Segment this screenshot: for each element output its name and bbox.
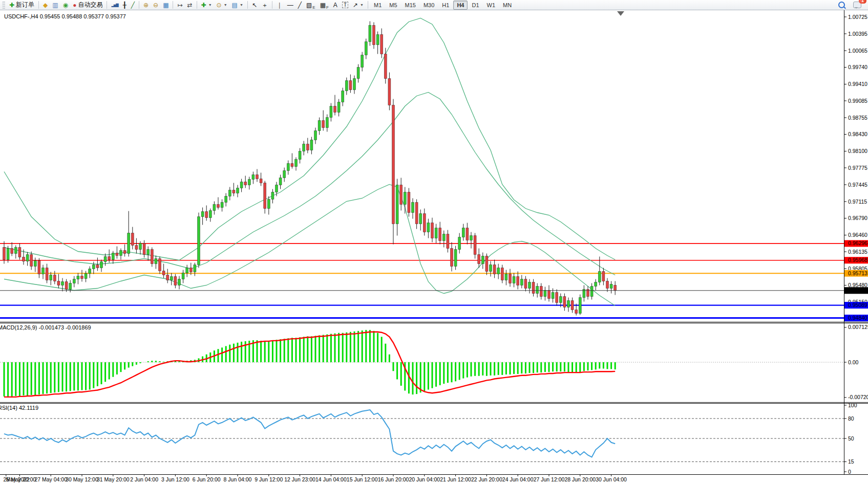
horizontal-line-icon: — (287, 2, 293, 8)
text-label-button[interactable]: T (340, 0, 350, 10)
chart-profile-icon: ◆ (43, 2, 48, 8)
timeframe-w1-button[interactable]: W1 (483, 1, 499, 10)
cursor-button[interactable]: ↖ (250, 0, 259, 10)
auto-scroll-button[interactable]: ↦ (175, 0, 184, 10)
timeframe-m1-button[interactable]: M1 (370, 1, 385, 10)
toolbar-separator (247, 1, 248, 9)
new-order-label: 新订单 (16, 1, 34, 9)
chevron-down-icon: ▼ (224, 3, 227, 7)
chevron-down-icon: ▼ (360, 3, 364, 7)
zoom-in-icon: ⊕ (143, 2, 149, 8)
symbol-ohlc-label: USDCHF-,H4 0.95455 0.95488 0.95377 0.953… (4, 13, 126, 19)
timeframe-toolbar: M1M5M15M30H1H4D1W1MN (370, 1, 515, 10)
bollinger-lower (4, 185, 615, 306)
macd-indicator-label: MACD(12,26,9) -0.001473 -0.001869 (0, 324, 91, 331)
zoom-out-icon: ⊖ (153, 2, 158, 8)
chart-profile-button[interactable]: ◆ (41, 0, 50, 10)
price-scale[interactable] (844, 10, 868, 475)
macd-panel[interactable] (0, 330, 844, 397)
search-icon (838, 2, 845, 8)
main-toolbar: ✚新订单◆▥◉●自动交易▂▅▇╂╱⊕⊖▦↦⇄✚▼⊙▼▤▼↖＋｜—╱▧E▦FAT↗… (0, 0, 868, 10)
periods-button[interactable]: ⊙▼ (215, 0, 229, 10)
horizontal-line-button[interactable]: — (285, 0, 295, 10)
timeframe-h4-button[interactable]: H4 (453, 1, 468, 10)
macd-signal-line (4, 332, 615, 397)
panel-frame (0, 10, 868, 475)
equidistant-channel-button[interactable]: ▧E (304, 0, 317, 10)
templates-button[interactable]: ▤▼ (230, 0, 245, 10)
chart-shift-marker-icon[interactable] (617, 11, 624, 16)
toolbar-grip-icon[interactable] (2, 2, 5, 9)
tile-windows-icon: ▦ (163, 2, 168, 8)
terminal-button[interactable]: ▥ (50, 0, 60, 10)
trendline-button[interactable]: ╱ (296, 0, 304, 10)
toolbar-separator (38, 1, 39, 9)
fibonacci-button[interactable]: ▦F (318, 0, 331, 10)
periods-icon: ⊙ (217, 2, 222, 8)
bollinger-bands (4, 18, 615, 306)
equidistant-channel-icon: ▧ (306, 2, 312, 8)
arrows-icon: ↗ (353, 2, 358, 8)
timeframe-m5-button[interactable]: M5 (386, 1, 400, 10)
auto-trading-button[interactable]: ●自动交易 (71, 0, 104, 10)
toolbar-separator (197, 1, 197, 9)
indicators-button[interactable]: ✚▼ (199, 0, 214, 10)
chart-window[interactable]: 1.007251.003951.000650.997400.994100.990… (0, 10, 868, 484)
candles-layer (3, 21, 617, 316)
chart-shift-button[interactable]: ⇄ (185, 0, 195, 10)
auto-scroll-icon: ↦ (177, 2, 182, 8)
fibonacci-badge: F (326, 5, 329, 10)
vertical-line-button[interactable]: ｜ (274, 0, 285, 10)
signals-button[interactable]: ◉ (61, 0, 70, 10)
timeframe-d1-button[interactable]: D1 (468, 1, 482, 10)
toolbar-separator (272, 1, 272, 9)
search-button[interactable] (836, 0, 847, 10)
terminal-icon: ▥ (52, 2, 58, 8)
timeframe-mn-button[interactable]: MN (499, 1, 515, 10)
text-label-icon: T (342, 2, 348, 8)
notification-badge: 1 (859, 0, 866, 4)
mt4-terminal-window: { "toolbar":{ "new_order_label":"新订单", "… (0, 0, 868, 484)
new-order-button[interactable]: ✚新订单 (7, 0, 36, 10)
arrows-button[interactable]: ↗▼ (351, 0, 366, 10)
rsi-line (4, 410, 615, 457)
price-level-lines (0, 244, 844, 318)
toolbar-separator (139, 1, 139, 9)
timeframe-m30-button[interactable]: M30 (420, 1, 438, 10)
main-price-panel[interactable] (0, 18, 844, 318)
tile-windows-button[interactable]: ▦ (161, 0, 171, 10)
crosshair-icon: ＋ (262, 2, 268, 8)
usdchf-h4-chart[interactable]: 1.007251.003951.000650.997400.994100.990… (0, 10, 868, 484)
auto-trading-icon: ● (73, 2, 76, 8)
notifications-button[interactable]: 1 (851, 0, 863, 10)
bollinger-middle (4, 93, 615, 275)
bar-chart-button[interactable]: ▂▅▇ (109, 0, 120, 10)
crosshair-button[interactable]: ＋ (260, 0, 270, 10)
bar-chart-icon: ▂▅▇ (111, 3, 118, 7)
bollinger-upper (4, 18, 615, 260)
chevron-down-icon: ▼ (240, 3, 243, 7)
cursor-icon: ↖ (252, 2, 257, 8)
line-chart-button[interactable]: ╱ (129, 0, 137, 10)
toolbar-separator (107, 1, 107, 9)
chevron-down-icon: ▼ (208, 3, 212, 7)
candlestick-chart-button[interactable]: ╂ (121, 0, 129, 10)
rsi-panel[interactable] (0, 410, 844, 461)
timeframe-h1-button[interactable]: H1 (438, 1, 453, 10)
toolbar-separator (368, 1, 368, 9)
vertical-line-icon: ｜ (277, 2, 283, 8)
zoom-in-button[interactable]: ⊕ (141, 0, 151, 10)
rsi-indicator-label: RSI(14) 42.1119 (0, 405, 38, 411)
auto-trading-label: 自动交易 (78, 1, 102, 9)
zoom-out-button[interactable]: ⊖ (151, 0, 160, 10)
templates-icon: ▤ (232, 2, 238, 8)
equidistant-channel-badge: E (312, 5, 315, 10)
new-order-icon: ✚ (9, 2, 14, 8)
indicators-icon: ✚ (201, 2, 206, 8)
chart-shift-icon: ⇄ (187, 2, 193, 8)
candlestick-chart-icon: ╂ (123, 2, 126, 8)
line-chart-icon: ╱ (131, 2, 135, 8)
text-button[interactable]: A (331, 0, 340, 10)
time-scale[interactable] (0, 473, 844, 484)
timeframe-m15-button[interactable]: M15 (401, 1, 419, 10)
